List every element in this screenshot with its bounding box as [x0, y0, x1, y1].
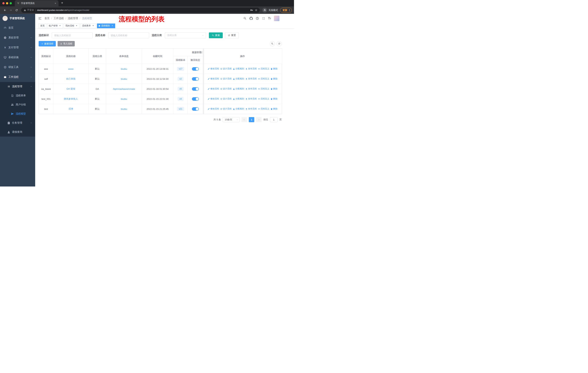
import-process-button[interactable]: 导入流程: [58, 41, 75, 46]
sidebar-item-payment[interactable]: ¥ 支付管理: [0, 43, 35, 52]
tags-view-tab[interactable]: 流程模型×: [97, 23, 115, 28]
next-page-button[interactable]: [256, 117, 262, 122]
form-info-link[interactable]: biubiu: [121, 68, 127, 70]
op-assign-link[interactable]: 分配规则: [233, 87, 244, 90]
op-delete-link[interactable]: 删除: [271, 97, 278, 100]
minimize-window-button[interactable]: [6, 2, 8, 4]
sidebar-item-process-model[interactable]: 流程模型: [0, 109, 35, 118]
active-toggle[interactable]: [192, 97, 199, 101]
active-toggle[interactable]: [192, 87, 199, 91]
op-assign-link[interactable]: 分配规则: [233, 107, 244, 110]
breadcrumb-home[interactable]: 首页: [44, 17, 50, 20]
form-info-link[interactable]: /bpm/oa/leave/create: [113, 88, 135, 90]
help-icon[interactable]: [256, 17, 259, 20]
op-design-link[interactable]: 设计流程: [220, 107, 232, 110]
app-logo[interactable]: 芋道管理系统: [0, 14, 35, 23]
tags-view-tab[interactable]: 我的流程×: [64, 23, 79, 28]
github-icon[interactable]: [250, 17, 253, 20]
close-window-button[interactable]: [2, 2, 5, 4]
op-assign-link[interactable]: 分配规则: [233, 97, 244, 100]
page-size-select[interactable]: 10条/页: [223, 117, 240, 122]
op-definition-link[interactable]: 流程定义: [258, 67, 269, 70]
browser-tab[interactable]: 芋道管理系统 ×: [15, 0, 59, 6]
op-definition-link[interactable]: 流程定义: [258, 97, 269, 100]
op-edit-link[interactable]: 修改流程: [208, 97, 219, 100]
close-icon[interactable]: ×: [92, 25, 94, 27]
op-publish-link[interactable]: 发布流程: [245, 77, 257, 80]
process-name-link[interactable]: 测试多审批人: [64, 97, 78, 100]
breadcrumb-process-mgmt[interactable]: 流程管理: [68, 17, 78, 20]
page-number-1[interactable]: 1: [249, 117, 254, 122]
op-assign-link[interactable]: 分配规则: [233, 77, 244, 80]
reload-button[interactable]: [14, 8, 19, 13]
reset-button[interactable]: 重置: [225, 32, 239, 38]
process-key-input[interactable]: [52, 32, 93, 38]
sidebar-item-leave-query[interactable]: 请假查询: [0, 128, 35, 137]
tags-view-tab[interactable]: 首页: [39, 23, 46, 28]
process-category-select[interactable]: 流程分类: [165, 32, 206, 38]
op-delete-link[interactable]: 删除: [271, 87, 278, 90]
menu-dots-icon[interactable]: [288, 9, 291, 12]
op-design-link[interactable]: 设计流程: [220, 97, 232, 100]
op-delete-link[interactable]: 删除: [271, 77, 278, 80]
op-publish-link[interactable]: 发布流程: [245, 67, 257, 70]
sidebar-item-process-mgmt[interactable]: 流程管理: [0, 82, 35, 91]
op-design-link[interactable]: 设计流程: [220, 67, 232, 70]
op-edit-link[interactable]: 修改流程: [208, 77, 219, 80]
search-icon[interactable]: [243, 17, 247, 20]
op-publish-link[interactable]: 发布流程: [245, 87, 257, 90]
op-design-link[interactable]: 设计流程: [220, 87, 232, 90]
op-publish-link[interactable]: 发布流程: [245, 107, 257, 110]
form-info-link[interactable]: biubiu: [121, 98, 127, 100]
toggle-search-button[interactable]: [270, 41, 275, 46]
address-bar[interactable]: 不安全 dashboard.yudao.iocoder.cn/bpm/manag…: [21, 8, 260, 13]
form-info-link[interactable]: biubiu: [121, 108, 127, 110]
security-indicator[interactable]: 不安全: [24, 9, 34, 12]
back-button[interactable]: [2, 8, 8, 13]
new-tab-button[interactable]: +: [61, 1, 63, 5]
bookmark-star-icon[interactable]: [255, 9, 258, 11]
op-definition-link[interactable]: 流程定义: [258, 107, 269, 110]
op-delete-link[interactable]: 删除: [271, 107, 278, 110]
process-name-link[interactable]: eeee: [68, 68, 74, 70]
sidebar-item-system[interactable]: 系统管理: [0, 33, 35, 43]
tags-view-tab[interactable]: 流程表单×: [80, 23, 96, 28]
sidebar-item-home[interactable]: 首页: [0, 23, 35, 33]
sidebar-item-devtools[interactable]: 研发工具: [0, 62, 35, 72]
key-icon[interactable]: [250, 9, 253, 11]
refresh-table-button[interactable]: [277, 41, 282, 46]
process-name-input[interactable]: [108, 32, 149, 38]
op-edit-link[interactable]: 修改流程: [208, 87, 219, 90]
process-name-link[interactable]: OA 请假: [66, 87, 75, 90]
active-toggle[interactable]: [192, 67, 199, 71]
sidebar-item-task-mgmt[interactable]: 任务管理: [0, 118, 35, 128]
op-definition-link[interactable]: 流程定义: [258, 77, 269, 80]
breadcrumb-workflow[interactable]: 工作流程: [53, 17, 64, 20]
op-delete-link[interactable]: 删除: [271, 67, 278, 70]
forward-button[interactable]: [8, 8, 13, 13]
op-publish-link[interactable]: 发布流程: [245, 97, 257, 100]
browser-update-button[interactable]: 更新: [280, 8, 292, 13]
prev-page-button[interactable]: [242, 117, 247, 122]
close-tab-icon[interactable]: ×: [54, 2, 57, 5]
close-icon[interactable]: ×: [111, 25, 114, 27]
close-icon[interactable]: ×: [75, 25, 78, 27]
active-toggle[interactable]: [192, 77, 199, 81]
sidebar-item-infrastructure[interactable]: 基础设施: [0, 52, 35, 62]
process-name-link[interactable]: 自己审批: [66, 77, 76, 80]
fullscreen-icon[interactable]: [262, 17, 265, 20]
form-info-link[interactable]: biubiu: [121, 78, 127, 80]
op-definition-link[interactable]: 流程定义: [258, 87, 269, 90]
font-size-icon[interactable]: TT: [268, 17, 271, 20]
sidebar-item-process-form[interactable]: 流程表单: [0, 91, 35, 100]
avatar[interactable]: [274, 16, 279, 21]
create-process-button[interactable]: 新建流程: [39, 41, 56, 46]
search-button[interactable]: 搜索: [209, 32, 223, 38]
zoom-window-button[interactable]: [10, 2, 12, 4]
op-edit-link[interactable]: 修改流程: [208, 67, 219, 70]
tags-view-tab[interactable]: 租户管理×: [47, 23, 63, 28]
op-edit-link[interactable]: 修改流程: [208, 107, 219, 110]
process-name-link[interactable]: 滔博: [69, 107, 73, 110]
active-toggle[interactable]: [192, 107, 199, 111]
sidebar-item-workflow[interactable]: 工作流程: [0, 72, 35, 82]
